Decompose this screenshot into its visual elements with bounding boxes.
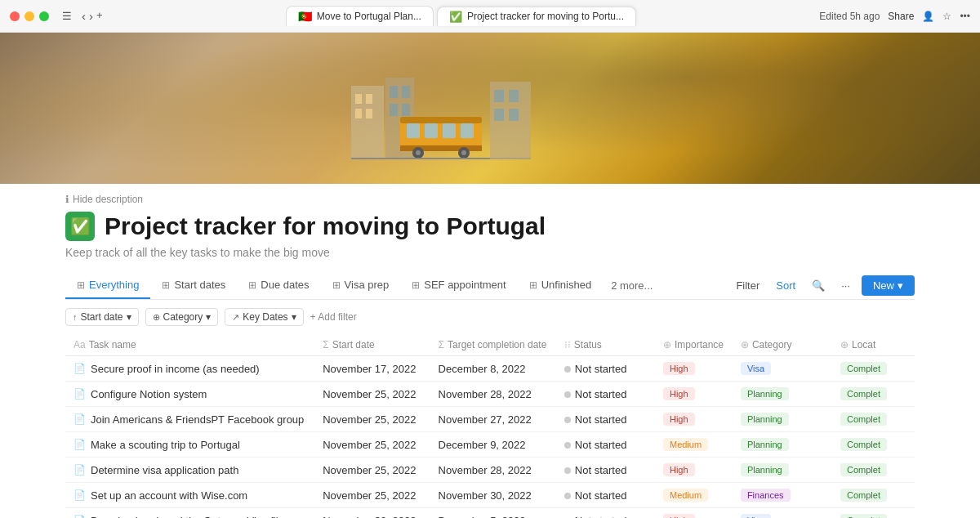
task-category: Visa [733,508,832,519]
page-subtitle: Keep track of all the key tasks to make … [65,246,915,259]
more-icon[interactable]: ••• [960,11,970,22]
share-button[interactable]: Share [888,11,914,22]
page-title-row: ✅ Project tracker for moving to Portugal [65,212,915,241]
task-icon: 📄 [74,515,86,518]
svg-rect-11 [400,117,482,123]
tab-everything-icon: ⊞ [77,279,85,291]
filter-chip-category[interactable]: ⊕ Category ▾ [145,308,219,326]
database-table-wrapper: AaTask name ΣStart date ΣTarget completi… [65,334,915,518]
minimize-button[interactable] [24,11,34,21]
task-name: Configure Notion system [91,388,207,400]
user-icon[interactable]: 👤 [922,11,934,22]
category-badge: Visa [741,514,771,518]
col-header-targetdate[interactable]: ΣTarget completion date [430,334,556,356]
add-filter-button[interactable]: + Add filter [310,311,357,323]
tab-visa-prep-icon: ⊞ [332,279,341,291]
tab2-label: Project tracker for moving to Portu... [467,11,624,22]
task-name: Make a scouting trip to Portugal [91,439,240,451]
tab-start-dates[interactable]: ⊞ Start dates [150,272,237,299]
more-options-button[interactable]: ··· [836,276,855,295]
tab-sef-label: SEF appointment [424,279,506,291]
search-button[interactable]: 🔍 [807,276,830,295]
col-header-startdate[interactable]: ΣStart date [314,334,430,356]
chevron-icon-2: ▾ [206,311,211,323]
svg-rect-1 [355,94,362,104]
col-header-importance[interactable]: ⊕Importance [655,334,733,356]
task-name: Secure proof in income (as needed) [91,363,260,375]
task-category: Planning [733,407,832,432]
col-header-status[interactable]: ⁝⁝Status [556,334,655,356]
category-badge: Planning [741,413,789,426]
filter-chip-startdate[interactable]: ↑ Start date ▾ [65,308,139,326]
table-header-row: AaTask name ΣStart date ΣTarget completi… [65,334,915,356]
tab1-flag: 🇵🇹 [298,10,312,23]
tab-start-dates-icon: ⊞ [162,279,170,291]
col-header-taskname[interactable]: AaTask name [65,334,314,356]
importance-badge: Medium [663,438,708,451]
task-start-date: November 25, 2022 [314,407,430,432]
table-row[interactable]: 📄 Join Americans & FriendsPT Facebook gr… [65,407,915,432]
table-row[interactable]: 📄 Determine visa application path Novemb… [65,458,915,483]
tab-visa-prep[interactable]: ⊞ Visa prep [321,272,401,299]
tab-unfinished[interactable]: ⊞ Unfinished [518,272,603,299]
task-icon: 📄 [74,464,86,476]
new-tab-button[interactable]: + [96,9,103,23]
table-row[interactable]: 📄 Secure proof in income (as needed) Nov… [65,356,915,382]
forward-button[interactable]: › [89,9,93,23]
table-row[interactable]: 📄 Download and read the Get your Visa fi… [65,508,915,519]
location-badge: Complet [840,413,887,426]
browser-tab-2[interactable]: ✅ Project tracker for moving to Portu... [437,7,636,26]
tabs-more[interactable]: 2 more... [603,273,661,298]
hide-description[interactable]: ℹ Hide description [65,194,915,205]
tab-due-dates[interactable]: ⊞ Due dates [237,272,320,299]
filter-chip-keydates[interactable]: ↗ Key Dates ▾ [225,308,303,326]
sidebar-icon[interactable]: ☰ [62,10,72,22]
svg-point-20 [461,150,466,155]
svg-rect-26 [509,109,519,121]
tab1-label: Move to Portugal Plan... [317,11,421,22]
filter-button[interactable]: Filter [731,276,764,295]
col-header-location[interactable]: ⊕Locat [832,334,915,356]
category-badge: Visa [741,362,771,375]
back-button[interactable]: ‹ [82,9,86,23]
importance-badge: High [663,514,695,518]
task-location: Complet [832,407,915,432]
task-start-date: November 25, 2022 [314,382,430,407]
close-button[interactable] [10,11,20,21]
svg-rect-16 [400,145,482,151]
svg-rect-7 [402,86,410,98]
table-row[interactable]: 📄 Make a scouting trip to Portugal Novem… [65,432,915,458]
task-icon: 📄 [74,388,86,400]
task-importance: High [655,407,733,432]
maximize-button[interactable] [39,11,49,21]
circle-icon-3: ⊕ [840,339,849,351]
category-badge: Planning [741,387,789,400]
task-status: Not started [556,483,655,508]
svg-rect-15 [461,123,474,138]
toolbar-icons: ☰ [62,10,72,22]
svg-rect-25 [494,109,504,121]
tab-everything[interactable]: ⊞ Everything [65,272,150,299]
titlebar-right: Edited 5h ago Share 👤 ☆ ••• [819,11,970,22]
task-name: Join Americans & FriendsPT Facebook grou… [91,413,304,426]
location-badge: Complet [840,387,887,400]
browser-tab-1[interactable]: 🇵🇹 Move to Portugal Plan... [286,6,434,26]
location-badge: Complet [840,438,887,451]
table-row[interactable]: 📄 Set up an account with Wise.com Novemb… [65,483,915,508]
svg-rect-2 [366,94,372,104]
sort-button[interactable]: Sort [771,276,800,295]
database-table: AaTask name ΣStart date ΣTarget completi… [65,334,915,518]
col-header-category[interactable]: ⊕Category [733,334,832,356]
location-badge: Complet [840,514,887,518]
aa-icon: Aa [74,339,86,351]
tab-sef[interactable]: ⊞ SEF appointment [400,272,517,299]
svg-rect-4 [366,109,372,118]
task-category: Visa [733,356,832,382]
view-tabs: ⊞ Everything ⊞ Start dates ⊞ Due dates ⊞… [65,272,915,300]
bookmark-icon[interactable]: ☆ [942,11,951,22]
new-button[interactable]: New ▾ [862,275,915,296]
table-row[interactable]: 📄 Configure Notion system November 25, 2… [65,382,915,407]
tabs-actions: Filter Sort 🔍 ··· New ▾ [731,275,915,296]
tab-sef-icon: ⊞ [412,279,420,291]
task-start-date: November 30, 2022 [314,508,430,519]
